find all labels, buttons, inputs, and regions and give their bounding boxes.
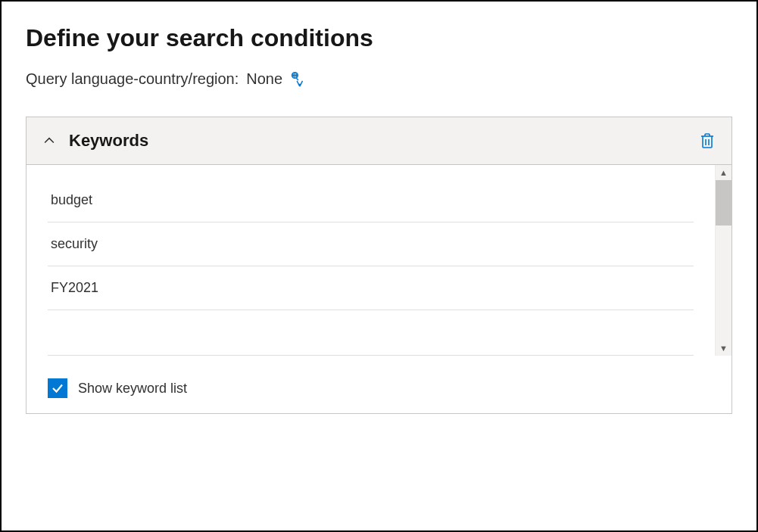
show-keyword-list-checkbox[interactable] (48, 378, 67, 398)
keywords-panel-body: budget security FY2021 ▲ ▼ (27, 165, 731, 356)
show-keyword-list-row: Show keyword list (27, 356, 731, 413)
trash-icon[interactable] (698, 132, 716, 150)
chevron-up-icon (42, 133, 57, 148)
keyword-row[interactable]: budget (48, 179, 694, 222)
scroll-up-arrow-icon[interactable]: ▲ (716, 165, 731, 180)
query-language-row: Query language-country/region: None (26, 70, 732, 88)
keyword-row[interactable] (48, 310, 694, 356)
query-language-value: None (246, 70, 282, 88)
keywords-panel: Keywords budget security FY2021 ▲ (26, 117, 732, 414)
query-language-label: Query language-country/region: (26, 70, 239, 88)
keywords-panel-title: Keywords (69, 131, 698, 151)
keyword-row[interactable]: security (48, 222, 694, 266)
scrollbar[interactable]: ▲ ▼ (715, 165, 731, 356)
page-title: Define your search conditions (26, 24, 732, 52)
keyword-list: budget security FY2021 (27, 165, 715, 356)
scroll-down-arrow-icon[interactable]: ▼ (716, 341, 731, 356)
keywords-panel-header[interactable]: Keywords (27, 117, 731, 165)
translate-icon[interactable] (290, 71, 307, 88)
show-keyword-list-label: Show keyword list (78, 381, 187, 397)
scrollbar-track[interactable] (716, 180, 731, 341)
scrollbar-thumb[interactable] (716, 180, 731, 226)
keyword-row[interactable]: FY2021 (48, 266, 694, 310)
